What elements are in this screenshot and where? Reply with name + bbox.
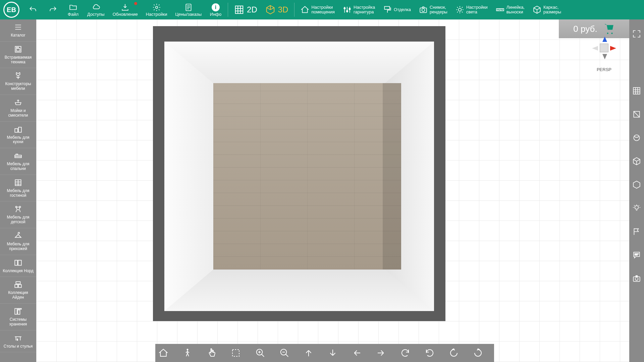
frame-button[interactable]: Каркас,размеры xyxy=(529,4,565,16)
floor[interactable] xyxy=(213,83,401,269)
walk-button[interactable] xyxy=(182,348,201,358)
sidebar-item-appliances[interactable]: Встраиваемаятехника xyxy=(0,42,36,68)
light-button[interactable] xyxy=(632,204,641,213)
room-settings-button[interactable]: Настройкипомещения xyxy=(297,4,339,16)
gizmo-left-icon[interactable] xyxy=(592,46,598,51)
comments-button[interactable] xyxy=(632,251,641,259)
undo-button[interactable] xyxy=(23,0,43,19)
svg-rect-18 xyxy=(16,49,20,51)
svg-point-27 xyxy=(19,206,20,208)
oven-icon xyxy=(14,44,22,54)
redo-button[interactable] xyxy=(43,0,63,19)
flag-button[interactable] xyxy=(632,227,641,236)
gizmo-up-icon[interactable] xyxy=(602,37,607,42)
view-2d-button[interactable]: 2D xyxy=(230,5,261,15)
sidebar-label: Мебель дляспальни xyxy=(7,162,30,171)
snapshot-button[interactable]: Снимок,рендеры xyxy=(415,4,451,16)
touch-button[interactable] xyxy=(207,348,225,358)
cube-solid-button[interactable] xyxy=(632,180,641,189)
sidebar-item-bedroom[interactable]: Мебель дляспальни xyxy=(0,148,36,175)
set-settings-button[interactable]: Настройкагарнитура xyxy=(339,4,379,16)
logo[interactable]: EB xyxy=(3,2,19,18)
divider xyxy=(228,3,228,17)
access-button[interactable]: Доступы xyxy=(83,0,109,19)
select-rect-button[interactable] xyxy=(231,348,249,358)
home-button[interactable] xyxy=(158,348,176,358)
grid-toggle-button[interactable] xyxy=(632,86,641,95)
cloud-icon xyxy=(92,3,100,12)
sidebar-item-catalog[interactable]: Каталог xyxy=(0,19,36,42)
update-label: Обновление xyxy=(113,12,138,17)
svg-rect-22 xyxy=(18,127,21,132)
light-l1: Настройки xyxy=(466,5,488,10)
zoom-in-button[interactable] xyxy=(255,348,273,358)
svg-rect-33 xyxy=(15,308,17,314)
storage-icon xyxy=(14,306,22,316)
teddy-icon xyxy=(14,204,22,214)
room-l2: помещения xyxy=(311,10,335,14)
update-button[interactable]: Обновление xyxy=(109,0,142,19)
invoice-icon xyxy=(184,3,193,12)
set-l1: Настройка xyxy=(354,5,375,10)
sidebar-label: Мебель длягостиной xyxy=(7,189,30,198)
right-button[interactable] xyxy=(376,348,394,358)
svg-rect-29 xyxy=(18,260,21,265)
gizmo-right-icon[interactable] xyxy=(610,46,616,51)
file-button[interactable]: Файл xyxy=(63,0,83,19)
sidebar-item-hallway[interactable]: Мебель дляприхожей xyxy=(0,228,36,255)
camera-icon xyxy=(419,5,428,14)
viewport-canvas[interactable] xyxy=(36,19,629,362)
material-button[interactable] xyxy=(632,133,641,142)
info-button[interactable]: i Инфо xyxy=(206,0,226,19)
pricing-button[interactable]: Цены/заказы xyxy=(171,0,206,19)
ruler-button[interactable]: Линейка,выноски xyxy=(492,4,529,16)
sidebar-item-storage[interactable]: Системыхранения xyxy=(0,304,36,330)
sidebar-item-nord[interactable]: Коллекция Норд xyxy=(0,255,36,277)
svg-rect-14 xyxy=(232,350,239,356)
finishing-label: Отделка xyxy=(394,7,411,12)
svg-rect-36 xyxy=(633,87,640,94)
sidebar-label: Мебель длядетской xyxy=(7,215,30,225)
hanger-icon xyxy=(14,231,22,241)
finishing-button[interactable]: Отделка xyxy=(379,4,415,15)
no-box-button[interactable] xyxy=(632,110,641,119)
left-sidebar: Каталог Встраиваемаятехника Конструкторы… xyxy=(0,19,36,362)
rotate-ccw-button[interactable] xyxy=(425,348,443,358)
sidebar-item-kitchen[interactable]: Мебель длякухни xyxy=(0,122,36,148)
gizmo-down-icon[interactable] xyxy=(602,54,607,59)
bed-icon xyxy=(14,151,22,161)
left-button[interactable] xyxy=(352,348,370,358)
sidebar-item-tables[interactable]: Столы и стулья xyxy=(0,330,36,353)
sidebar-item-constructors[interactable]: Конструкторымебели xyxy=(0,68,36,95)
sidebar-item-kids[interactable]: Мебель длядетской xyxy=(0,201,36,228)
svg-point-26 xyxy=(15,206,17,208)
rotate-cw-button[interactable] xyxy=(400,348,418,358)
fit-screen-button[interactable] xyxy=(632,29,641,38)
redo-icon xyxy=(49,5,57,14)
down-button[interactable] xyxy=(328,348,346,358)
zoom-out-button[interactable] xyxy=(279,348,298,358)
orientation-gizmo[interactable]: PERSP xyxy=(586,44,623,84)
box-3d-button[interactable] xyxy=(632,157,641,166)
sidebar-item-living[interactable]: Мебель длягостиной xyxy=(0,175,36,202)
shelf-icon xyxy=(14,178,22,188)
svg-rect-31 xyxy=(15,285,18,288)
settings-button[interactable]: Настройки xyxy=(142,0,171,19)
file-label: Файл xyxy=(68,12,78,17)
room-l1: Настройки xyxy=(311,5,335,10)
svg-text:i: i xyxy=(215,4,217,10)
light-settings-button[interactable]: Настройкисвета xyxy=(451,4,492,16)
gizmo-cube[interactable] xyxy=(600,44,608,52)
tilt-right-button[interactable] xyxy=(473,348,491,358)
view-3d-label: 3D xyxy=(278,5,288,14)
sidebar-item-ayden[interactable]: КоллекцияАйден xyxy=(0,277,36,304)
top-toolbar: EB Файл Доступы Обновление Настройки Цен… xyxy=(0,0,644,19)
wireframe-icon xyxy=(533,5,541,14)
tilt-left-button[interactable] xyxy=(449,348,467,358)
camera-button[interactable] xyxy=(632,274,641,283)
up-button[interactable] xyxy=(304,348,322,358)
sliders-icon xyxy=(343,5,352,14)
price-cart-button[interactable]: 0 руб. xyxy=(559,19,629,38)
view-3d-button[interactable]: 3D xyxy=(261,5,292,15)
sidebar-item-sinks[interactable]: Мойки исмесители xyxy=(0,95,36,122)
